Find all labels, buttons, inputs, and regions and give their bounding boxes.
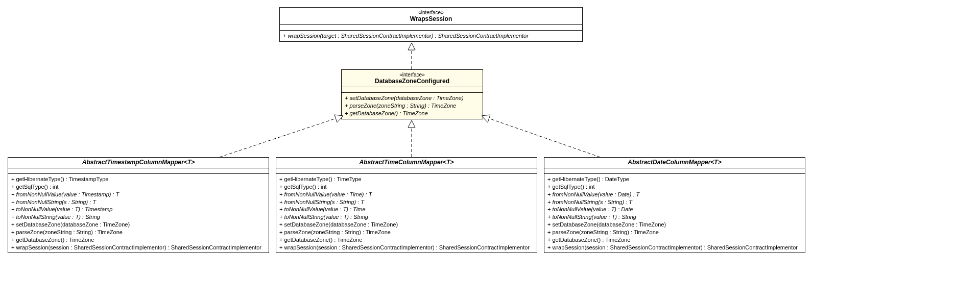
method: + getHibernateType() : TimestampType [11, 175, 266, 183]
title-compartment: AbstractTimeColumnMapper<T> [276, 158, 537, 168]
method: + toNonNullString(value : T) : String [279, 213, 534, 221]
method: + toNonNullValue(value : T) : Date [547, 206, 802, 213]
methods-compartment: + setDatabaseZone(databaseZone : TimeZon… [342, 93, 483, 119]
class-abstract-time-column-mapper: AbstractTimeColumnMapper<T> + getHiberna… [276, 157, 537, 253]
method: + fromNonNullString(s : String) : T [279, 198, 534, 206]
method: + wrapSession(target : SharedSessionCont… [283, 32, 579, 40]
class-name: AbstractTimestampColumnMapper<T> [11, 159, 266, 167]
method: + setDatabaseZone(databaseZone : TimeZon… [345, 94, 480, 102]
arrowhead-time-to-dzc [408, 120, 415, 128]
connectors-svg [0, 0, 980, 302]
methods-compartment: + getHibernateType() : TimeType + getSql… [276, 174, 537, 253]
class-name: AbstractDateColumnMapper<T> [547, 159, 802, 167]
method: + getDatabaseZone() : TimeZone [547, 236, 802, 244]
connector-date-to-dzc [489, 118, 600, 157]
method: + wrapSession(session : SharedSessionCon… [279, 244, 534, 251]
methods-compartment: + getHibernateType() : DateType + getSql… [544, 174, 805, 253]
method: + setDatabaseZone(databaseZone : TimeZon… [279, 221, 534, 229]
method: + getSqlType() : int [11, 183, 266, 191]
methods-compartment: + getHibernateType() : TimestampType + g… [8, 174, 269, 253]
method: + fromNonNullString(s : String) : T [547, 198, 802, 206]
method: + fromNonNullValue(value : Timestamp) : … [11, 191, 266, 198]
attributes-compartment [544, 168, 805, 174]
method: + getDatabaseZone() : TimeZone [11, 236, 266, 244]
interface-database-zone-configured: «interface» DatabaseZoneConfigured + set… [341, 69, 483, 119]
method: + getSqlType() : int [279, 183, 534, 191]
methods-compartment: + wrapSession(target : SharedSessionCont… [280, 31, 582, 41]
method: + fromNonNullValue(value : Time) : T [279, 191, 534, 198]
connector-ts-to-dzc [220, 118, 336, 157]
interface-wraps-session: «interface» WrapsSession + wrapSession(t… [279, 7, 583, 42]
stereotype-label: «interface» [345, 71, 480, 78]
method: + toNonNullString(value : T) : String [547, 213, 802, 221]
method: + parseZone(zoneString : String) : TimeZ… [279, 229, 534, 236]
class-name: AbstractTimeColumnMapper<T> [279, 159, 534, 167]
method: + getDatabaseZone() : TimeZone [279, 236, 534, 244]
method: + toNonNullValue(value : T) : Time [279, 206, 534, 213]
method: + parseZone(zoneString : String) : TimeZ… [11, 229, 266, 236]
attributes-compartment [342, 87, 483, 93]
attributes-compartment [8, 168, 269, 174]
method: + wrapSession(session : SharedSessionCon… [547, 244, 802, 251]
method: + parseZone(zoneString : String) : TimeZ… [547, 229, 802, 236]
interface-name: DatabaseZoneConfigured [345, 78, 480, 86]
method: + fromNonNullValue(value : Date) : T [547, 191, 802, 198]
method: + setDatabaseZone(databaseZone : TimeZon… [547, 221, 802, 229]
method: + parseZone(zoneString : String) : TimeZ… [345, 102, 480, 110]
stereotype-label: «interface» [283, 9, 579, 15]
method: + wrapSession(session : SharedSessionCon… [11, 244, 266, 251]
interface-name: WrapsSession [283, 15, 579, 23]
attributes-compartment [276, 168, 537, 174]
title-compartment: AbstractTimestampColumnMapper<T> [8, 158, 269, 168]
method: + getHibernateType() : TimeType [279, 175, 534, 183]
class-abstract-date-column-mapper: AbstractDateColumnMapper<T> + getHiberna… [544, 157, 805, 253]
title-compartment: «interface» WrapsSession [280, 8, 582, 25]
arrowhead-dzc-to-ws [408, 43, 415, 50]
class-abstract-timestamp-column-mapper: AbstractTimestampColumnMapper<T> + getHi… [8, 157, 269, 253]
method: + setDatabaseZone(databaseZone : TimeZon… [11, 221, 266, 229]
method: + toNonNullString(value : T) : String [11, 213, 266, 221]
method: + getDatabaseZone() : TimeZone [345, 110, 480, 117]
method: + fromNonNullString(s : String) : T [11, 198, 266, 206]
title-compartment: AbstractDateColumnMapper<T> [544, 158, 805, 168]
method: + getHibernateType() : DateType [547, 175, 802, 183]
method: + getSqlType() : int [547, 183, 802, 191]
method: + toNonNullValue(value : T) : Timestamp [11, 206, 266, 213]
title-compartment: «interface» DatabaseZoneConfigured [342, 70, 483, 87]
attributes-compartment [280, 25, 582, 31]
